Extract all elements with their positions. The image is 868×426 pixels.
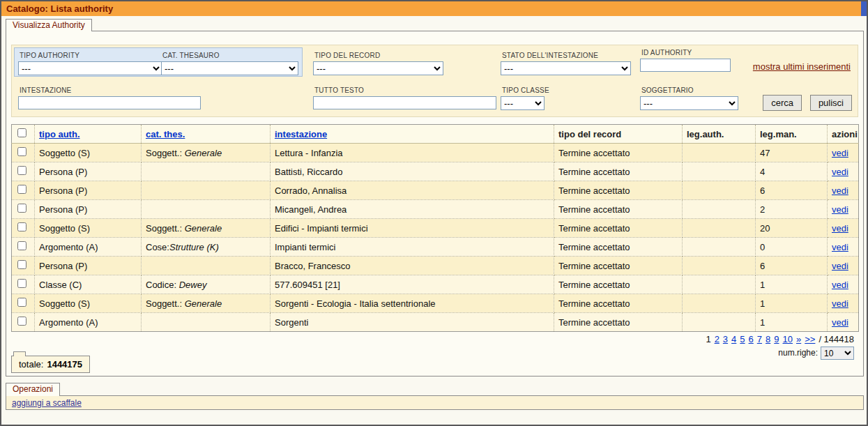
soggettario-label: SOGGETTARIO: [641, 86, 694, 94]
row-tipo-del-record: Termine accettato: [554, 275, 683, 294]
table-row: Classe (C)Codice: Dewey577.609451 [21]Te…: [12, 275, 859, 294]
pagination-page-link[interactable]: 9: [774, 334, 779, 344]
aggiungi-a-scaffale-link[interactable]: aggiungi a scaffale: [12, 397, 82, 410]
row-tipo-auth: Persona (P): [35, 200, 142, 219]
row-checkbox-cell: [12, 294, 35, 313]
table-row: Persona (P)Corrado, AnnalisaTermine acce…: [12, 181, 859, 200]
intestazione-input[interactable]: [18, 96, 201, 109]
tab-visualizza-authority[interactable]: Visualizza Authority: [6, 19, 92, 31]
row-leg-man: 4: [756, 162, 828, 181]
totale-label: totale:: [19, 359, 43, 370]
authority-table-body: Soggetto (S)Soggett.: GeneraleLettura - …: [12, 144, 859, 332]
row-checkbox[interactable]: [17, 166, 26, 175]
pagination-page-link[interactable]: 8: [766, 334, 770, 344]
row-vedi-link[interactable]: vedi: [832, 204, 848, 215]
pagination-page-link[interactable]: 5: [740, 334, 745, 344]
row-vedi-link[interactable]: vedi: [832, 261, 848, 271]
pagination-page-link[interactable]: 2: [715, 334, 719, 344]
row-intestazione: Sorgenti: [271, 313, 554, 332]
row-vedi-link[interactable]: vedi: [832, 223, 848, 234]
row-vedi-link[interactable]: vedi: [832, 167, 848, 177]
soggettario-select[interactable]: ---: [640, 96, 738, 110]
cat-thes-prefix: Soggett.:: [146, 148, 185, 158]
page-title: Catalogo: Lista authority: [6, 1, 113, 16]
row-azioni-cell: vedi: [828, 238, 859, 257]
row-checkbox[interactable]: [17, 298, 26, 307]
row-vedi-link[interactable]: vedi: [832, 298, 848, 309]
tutto-testo-input[interactable]: [313, 96, 496, 109]
sort-cat-thes-link[interactable]: cat. thes.: [146, 129, 185, 139]
row-vedi-link[interactable]: vedi: [832, 242, 848, 252]
row-checkbox[interactable]: [17, 279, 26, 288]
row-cat-thes: Soggett.: Generale: [142, 144, 271, 162]
row-cat-thes: [142, 313, 271, 332]
row-tipo-auth: Soggetto (S): [35, 144, 142, 162]
row-checkbox-cell: [12, 257, 35, 275]
pulisci-button[interactable]: pulisci: [810, 95, 852, 111]
tipo-authority-select[interactable]: ---: [18, 61, 162, 75]
row-tipo-del-record: Termine accettato: [554, 181, 683, 200]
id-authority-input[interactable]: [640, 59, 731, 72]
cat-thesauro-select[interactable]: ---: [161, 61, 298, 75]
cat-thes-value: Generale: [185, 223, 222, 234]
totale-value: 1444175: [47, 359, 82, 370]
row-tipo-auth: Soggetto (S): [35, 294, 142, 313]
row-checkbox[interactable]: [17, 260, 26, 269]
row-checkbox[interactable]: [17, 317, 26, 326]
row-intestazione: Battisti, Riccardo: [271, 162, 554, 181]
row-vedi-link[interactable]: vedi: [832, 148, 848, 158]
row-cat-thes: [142, 162, 271, 181]
select-all-checkbox[interactable]: [17, 128, 26, 137]
mostra-ultimi-inserimenti-link[interactable]: mostra ultimi inserimenti: [753, 61, 851, 72]
pagination-last-page-link[interactable]: >>: [805, 334, 815, 344]
operazioni-bar: aggiungi a scaffale: [6, 395, 864, 410]
row-checkbox[interactable]: [17, 204, 26, 213]
row-vedi-link[interactable]: vedi: [832, 185, 848, 196]
row-tipo-auth: Argomento (A): [35, 313, 142, 332]
sort-tipo-auth-link[interactable]: tipo auth.: [39, 129, 80, 139]
cat-thes-prefix: Cose:: [146, 242, 169, 252]
row-intestazione: Micangeli, Andrea: [271, 200, 554, 219]
row-tipo-auth: Argomento (A): [35, 238, 142, 257]
row-tipo-del-record: Termine accettato: [554, 238, 683, 257]
pagination-page-link[interactable]: 3: [723, 334, 728, 344]
pagination-page-link[interactable]: 10: [783, 334, 793, 344]
pagination-page-link[interactable]: 4: [731, 334, 736, 344]
tab-operazioni[interactable]: Operazioni: [6, 383, 60, 396]
row-leg-man: 1: [756, 313, 828, 332]
cat-thes-prefix: Soggett.:: [146, 298, 185, 309]
pagination-next-group-link[interactable]: »: [796, 334, 801, 344]
row-checkbox[interactable]: [17, 147, 26, 156]
row-vedi-link[interactable]: vedi: [832, 280, 848, 290]
table-row: Soggetto (S)Soggett.: GeneraleEdifici - …: [12, 219, 859, 238]
header-tipo-auth: tipo auth.: [35, 125, 142, 144]
cat-thes-prefix: Codice:: [146, 280, 179, 290]
row-azioni-cell: vedi: [828, 162, 859, 181]
tipo-del-record-select[interactable]: ---: [313, 61, 443, 75]
row-leg-auth: [683, 294, 756, 313]
row-vedi-link[interactable]: vedi: [832, 317, 848, 328]
filter-panel: TIPO AUTHORITY --- CAT. THESAURO --- TIP…: [11, 45, 858, 117]
row-azioni-cell: vedi: [828, 275, 859, 294]
row-leg-auth: [683, 219, 756, 238]
row-checkbox[interactable]: [17, 185, 26, 194]
row-checkbox[interactable]: [17, 222, 26, 231]
row-intestazione: Sorgenti - Ecologia - Italia settentrion…: [271, 294, 554, 313]
row-leg-man: 0: [756, 238, 828, 257]
stato-intestazione-select[interactable]: ---: [501, 61, 631, 75]
row-checkbox-cell: [12, 313, 35, 332]
sort-intestazione-link[interactable]: intestazione: [275, 129, 327, 139]
row-tipo-del-record: Termine accettato: [554, 313, 683, 332]
num-righe-select[interactable]: 10: [821, 347, 854, 360]
totale-box-notch: [13, 351, 26, 356]
pagination-page-link[interactable]: 7: [757, 334, 762, 344]
header-intestazione: intestazione: [271, 125, 554, 144]
tipo-classe-select[interactable]: ---: [501, 96, 545, 110]
cerca-button[interactable]: cerca: [763, 95, 802, 111]
header-tipo-del-record: tipo del record: [554, 125, 683, 144]
row-cat-thes: [142, 200, 271, 219]
row-leg-auth: [683, 144, 756, 162]
pagination-page-link[interactable]: 6: [749, 334, 754, 344]
row-cat-thes: Codice: Dewey: [142, 275, 271, 294]
row-checkbox[interactable]: [17, 241, 26, 250]
